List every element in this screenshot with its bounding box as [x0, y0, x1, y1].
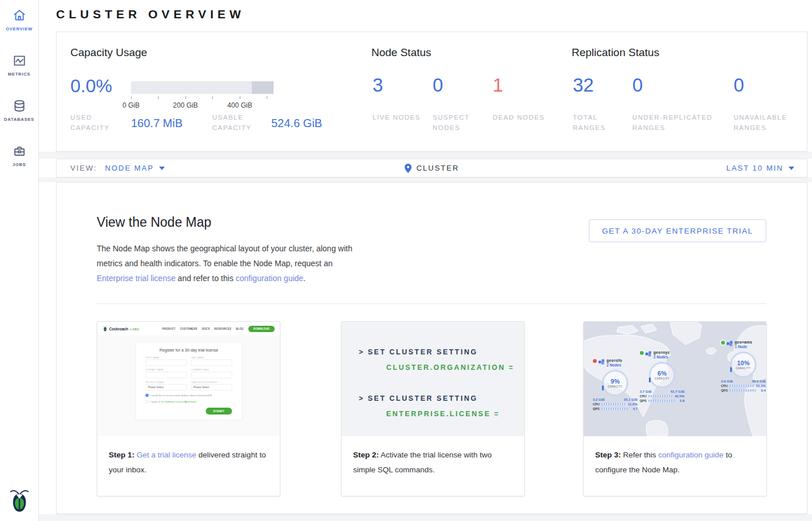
capacity-label: CAPACITY — [608, 385, 623, 388]
sidebar-item-label: OVERVIEW — [6, 26, 33, 31]
capacity-ring: 10% CAPACITY — [730, 352, 756, 378]
sidebar-item-jobs[interactable]: JOBS — [0, 144, 38, 167]
cpu-value: 11.0% — [628, 402, 637, 406]
sidebar-item-databases[interactable]: DATABASES — [0, 98, 38, 122]
form-fields: FIRST NAME LAST NAME COMPANY NAME — [146, 357, 232, 391]
sql-command-block: > SET CLUSTER SETTING ENTERPRISE.LICENSE… — [359, 394, 524, 418]
view-dropdown-value: NODE MAP — [105, 164, 154, 172]
form-field: REASON FOR INTEREST Please Select — [191, 381, 232, 391]
status-dot-red — [593, 359, 597, 363]
capacity-ring: 9% CAPACITY — [602, 370, 628, 396]
panel-gap — [39, 152, 812, 159]
locality-name: geo=nyc — [653, 350, 670, 354]
nav-link: BLOG — [236, 327, 244, 330]
locality-node-count: 1 Node — [735, 345, 752, 349]
capacity-bar-reserved-segment — [252, 81, 274, 94]
nav-link: PRODUCT — [162, 327, 175, 330]
text-input — [191, 372, 232, 378]
panel-gap — [39, 177, 812, 182]
mini-site-body: Register for a 30-day trial license FIRS… — [97, 336, 280, 436]
usable-capacity-value: 524.6 GiB — [271, 117, 322, 130]
usable-capacity-label: USABLE CAPACITY — [212, 112, 270, 133]
capacity-ring-used-arc — [649, 377, 651, 382]
capacity-ring-used-arc — [730, 367, 732, 372]
axis-tick — [131, 96, 132, 99]
cockroach-bug-icon — [103, 326, 108, 332]
select-input: Please Select — [191, 384, 232, 390]
sidebar-item-label: JOBS — [13, 162, 26, 167]
chevron-down-icon — [789, 167, 794, 170]
time-range-dropdown[interactable]: LAST 10 MIN — [726, 164, 794, 172]
sql-setting: CLUSTER.ORGANIZATION = — [386, 364, 524, 372]
suspect-nodes-label: SUSPECT NODES — [433, 112, 490, 133]
qps-value: 4.7 — [629, 407, 637, 411]
status-dot-green — [721, 341, 725, 345]
locality-widget-sfo: geo=sfo 2 Nodes 9% CAPACITY 3.2 GiB 35.1… — [593, 358, 637, 411]
sidebar-item-overview[interactable]: OVERVIEW — [0, 8, 38, 31]
configuration-guide-link[interactable]: configuration guide — [236, 274, 303, 283]
capacity-label: CAPACITY — [655, 377, 670, 380]
nav-link: CUSTOMERS — [180, 327, 197, 330]
capacity-values: 3.6 GiB 36.6 GiB — [721, 380, 766, 383]
enterprise-trial-button[interactable]: GET A 30-DAY ENTERPRISE TRIAL — [589, 219, 766, 242]
locality-header: geo=sfo 2 Nodes — [593, 358, 637, 367]
total-ranges-label: TOTAL RANGES — [573, 112, 630, 133]
step-card-2: > SET CLUSTER SETTING CLUSTER.ORGANIZATI… — [341, 321, 525, 496]
form-title: Register for a 30-day trial license — [146, 348, 232, 353]
axis-tick — [158, 96, 159, 99]
qps-row: QPS 4.7 — [593, 407, 637, 411]
capacity-percent: 10% — [737, 360, 750, 366]
locality-header: geo=ams 1 Node — [721, 340, 766, 349]
text-input — [191, 360, 232, 366]
configuration-guide-link[interactable]: configuration guide — [658, 451, 723, 459]
dead-nodes-label: DEAD NODES — [493, 112, 550, 123]
live-nodes-count: 3 — [373, 74, 383, 96]
logo-text: Cockroach — [109, 327, 129, 331]
qps-sparkline — [601, 408, 628, 410]
sql-commands-illustration: > SET CLUSTER SETTING CLUSTER.ORGANIZATI… — [342, 322, 524, 436]
status-dot-green — [640, 351, 644, 355]
scope-breadcrumb[interactable]: CLUSTER — [405, 164, 460, 173]
node-map-heading: View the Node Map — [97, 215, 211, 230]
download-button: DOWNLOAD — [248, 326, 275, 332]
chevron-down-icon — [159, 167, 165, 170]
step-1-caption: Step 1: Get a trial license delivered st… — [97, 436, 280, 477]
locality-names: geo=sfo 2 Nodes — [607, 358, 622, 367]
main-content: CLUSTER OVERVIEW Capacity Usage 0.0% 0 G… — [39, 0, 812, 521]
view-selector-group: VIEW: NODE MAP — [70, 164, 165, 172]
map-pin-icon — [405, 164, 411, 173]
step-number: Step 2: — [353, 451, 379, 459]
view-dropdown[interactable]: NODE MAP — [105, 164, 165, 172]
live-nodes-label: LIVE NODES — [373, 112, 430, 123]
qps-label: QPS — [721, 389, 728, 392]
locality-node-count: 2 Nodes — [653, 355, 670, 359]
axis-tick-label: 0 GiB — [114, 101, 148, 109]
step-number: Step 3: — [595, 451, 621, 459]
qps-value: 0.4 — [757, 389, 766, 392]
cpu-row: CPU 11.0% — [593, 402, 637, 406]
replication-status-title: Replication Status — [572, 46, 659, 59]
form-field: FIRST NAME — [146, 357, 187, 366]
enterprise-trial-license-link[interactable]: Enterprise trial license — [97, 274, 176, 283]
locality-names: geo=nyc 2 Nodes — [653, 350, 670, 359]
locality-name: geo=sfo — [607, 358, 622, 362]
qps-sparkline — [730, 389, 756, 392]
get-trial-license-link[interactable]: Get a trial license — [137, 451, 196, 459]
capacity-values: 3.2 GiB 35.1 GiB — [593, 398, 637, 401]
scope-label: CLUSTER — [417, 164, 460, 172]
axis-tick — [185, 96, 186, 99]
divider — [97, 303, 766, 304]
under-replicated-ranges-label: UNDER-REPLICATED RANGES — [632, 112, 731, 133]
sidebar-item-label: METRICS — [8, 72, 30, 77]
used-capacity-label: USED CAPACITY — [70, 112, 128, 133]
qps-value: 5.8 — [676, 399, 684, 402]
axis-tick — [267, 96, 267, 99]
nodes-cubes-icon — [599, 359, 605, 365]
step-3-caption: Step 3: Refer this configuration guide t… — [584, 436, 766, 477]
sidebar-item-metrics[interactable]: METRICS — [0, 53, 38, 77]
jobs-icon — [12, 144, 27, 159]
description-line: Enterprise trial license and refer to th… — [97, 271, 352, 286]
cpu-label: CPU — [721, 384, 728, 388]
nodes-cubes-icon — [645, 351, 652, 357]
form-field: COMPANY EMAIL — [191, 369, 232, 378]
